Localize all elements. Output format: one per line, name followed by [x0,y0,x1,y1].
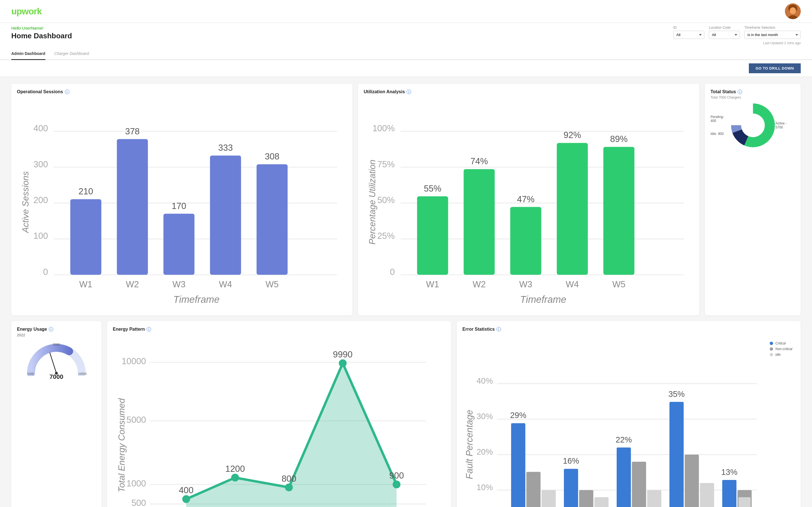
svg-text:800: 800 [282,474,296,484]
svg-rect-123 [684,455,699,507]
id-label: ID [673,25,704,30]
svg-text:Fault Percentage: Fault Percentage [464,410,474,480]
title-section: Hello UserName! Home Dashboard [11,25,72,40]
svg-text:100%: 100% [372,123,395,133]
svg-rect-108 [526,472,541,507]
svg-text:1000: 1000 [27,372,34,376]
svg-text:10%: 10% [476,483,493,492]
svg-text:300: 300 [33,159,48,169]
svg-text:0: 0 [43,267,48,277]
donut-section: Pending- 400 Idle- 900 Active - 5700 [711,103,795,148]
svg-rect-124 [700,483,714,507]
row-2: Energy Usage i 2022 [11,321,801,507]
svg-rect-119 [647,490,661,507]
svg-rect-51 [557,143,588,275]
svg-line-62 [50,353,56,373]
energy-pattern-title: Energy Pattern i [113,327,446,332]
energy-pattern-card: Energy Pattern i Total Energy Consumed 0… [107,321,451,507]
svg-text:22%: 22% [616,435,632,444]
svg-text:89%: 89% [610,134,627,144]
idle-label: Idle- 900 [711,132,730,136]
id-select[interactable]: All [673,31,704,39]
legend-idle: idle [770,353,795,356]
top-bar: Hello UserName! Home Dashboard ID All Lo… [0,23,812,48]
svg-text:0: 0 [390,267,395,277]
svg-rect-106 [511,423,525,507]
svg-text:Active Sessions: Active Sessions [20,171,31,233]
svg-text:400: 400 [33,123,48,133]
avatar [785,3,801,19]
gauge-container: 2022 [17,333,96,381]
operational-sessions-info-icon[interactable]: i [65,90,69,94]
svg-text:92%: 92% [564,130,581,140]
row-1: Operational Sessions i Active Sessions 0… [11,83,801,316]
location-select[interactable]: All [709,31,740,39]
donut-chart [730,103,775,148]
svg-rect-45 [463,169,495,275]
toolbar: GO TO DRILL DOWN [0,60,812,77]
energy-pattern-chart: Total Energy Consumed 0 500 1000 5000 10… [113,333,446,507]
operational-sessions-title: Operational Sessions i [17,89,347,94]
header: upwork [0,0,812,23]
total-chargers-subtitle: Total 7000 Chargers [711,96,795,100]
svg-text:50%: 50% [377,195,395,205]
svg-rect-109 [542,490,556,507]
tab-charger-dashboard[interactable]: Charger Dashboard [54,48,89,60]
svg-rect-116 [617,448,631,507]
svg-text:16%: 16% [563,456,579,465]
svg-text:170: 170 [172,201,186,211]
drill-down-button[interactable]: GO TO DRILL DOWN [749,63,801,73]
svg-text:400: 400 [179,485,193,495]
svg-text:55%: 55% [424,184,441,193]
svg-text:13%: 13% [721,467,738,476]
svg-point-2 [790,7,796,14]
svg-text:1200: 1200 [225,464,245,474]
timeframe-select[interactable]: is in the last month [744,31,801,39]
donut-labels-left: Pending- 400 Idle- 900 [711,115,730,136]
utilization-info-icon[interactable]: i [407,90,411,94]
energy-usage-info-icon[interactable]: i [49,327,53,332]
error-stats-content: Fault Percentage 0% 10% 20% 30% 40% [462,333,795,507]
timeframe-filter: Timeframe Selection is in the last month [744,25,801,39]
energy-usage-card: Energy Usage i 2022 [11,321,101,507]
svg-text:900: 900 [389,471,404,481]
svg-text:74%: 74% [470,156,488,166]
svg-rect-24 [210,156,241,275]
utilization-chart: Percentage Utilization 0 25% 50% 75% 100… [364,96,694,310]
operational-sessions-card: Operational Sessions i Active Sessions 0… [11,83,352,316]
svg-text:333: 333 [218,143,233,153]
upwork-logo: upwork [11,6,42,17]
total-status-info-icon[interactable]: i [738,90,742,94]
svg-rect-21 [163,214,195,275]
total-status-title: Total Status i [711,89,795,94]
svg-text:210: 210 [79,186,93,196]
svg-text:20%: 20% [476,447,493,456]
svg-text:10000: 10000 [121,356,146,366]
gauge-value: 7000 [50,373,63,381]
error-stats-title: Error Statistics i [462,327,795,332]
svg-rect-114 [594,497,608,507]
svg-text:500: 500 [132,498,146,507]
critical-dot [770,342,773,345]
page-title: Home Dashboard [11,32,72,40]
svg-text:35%: 35% [668,390,685,399]
svg-text:10000: 10000 [78,372,87,376]
error-stats-info-icon[interactable]: i [497,327,501,332]
svg-text:W1: W1 [79,279,92,289]
pending-label: Pending- 400 [711,115,730,123]
svg-text:Timeframe: Timeframe [173,294,220,305]
svg-text:W1: W1 [426,279,439,289]
svg-rect-27 [257,164,288,275]
svg-rect-54 [603,147,635,275]
svg-text:5000: 5000 [53,343,60,346]
svg-text:W2: W2 [472,279,486,289]
svg-text:29%: 29% [510,411,526,420]
svg-text:Percentage Utilization: Percentage Utilization [367,160,377,244]
svg-rect-15 [70,199,101,275]
tab-admin-dashboard[interactable]: Admin Dashboard [11,48,45,60]
svg-rect-111 [564,469,578,507]
svg-text:30%: 30% [476,412,493,421]
svg-text:40%: 40% [476,376,493,385]
energy-pattern-info-icon[interactable]: i [147,327,151,332]
svg-rect-121 [669,402,683,507]
